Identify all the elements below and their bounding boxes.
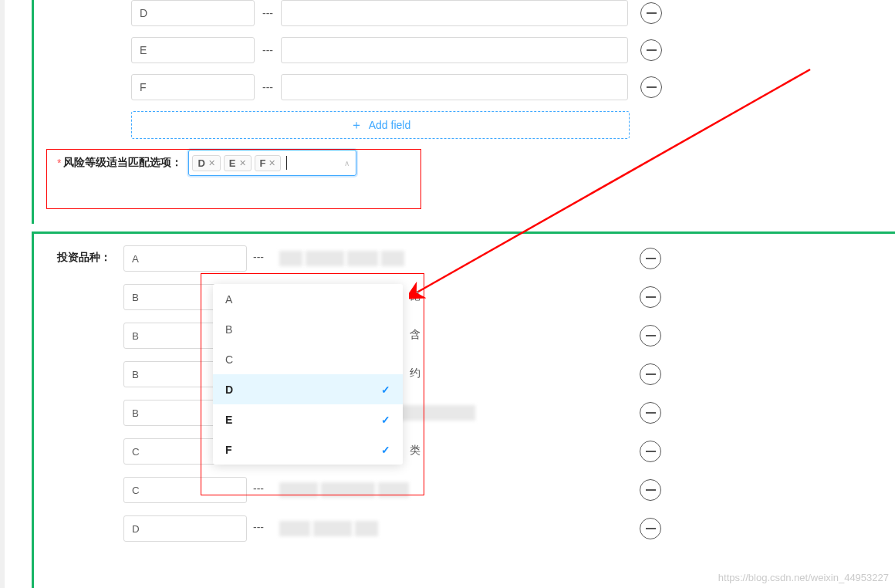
field-key-input[interactable] — [131, 74, 255, 100]
dropdown-option-d[interactable]: D✓ — [213, 374, 403, 404]
remove-button[interactable] — [640, 2, 662, 24]
tag-e[interactable]: E✕ — [224, 155, 252, 171]
dropdown-option-b[interactable]: B — [213, 314, 403, 344]
field-key-input[interactable] — [131, 37, 255, 63]
add-field-label: Add field — [369, 119, 410, 131]
field-separator: --- — [262, 44, 273, 56]
options-dropdown[interactable]: A B C D✓ E✓ F✓ — [213, 284, 403, 465]
risk-match-row: * 风险等级适当匹配选项： D✕ E✕ F✕ ∧ — [57, 150, 895, 176]
dropdown-option-c[interactable]: C — [213, 344, 403, 374]
field-key-input[interactable] — [123, 515, 247, 542]
remove-button[interactable] — [640, 479, 661, 501]
partial-text: 类 — [410, 444, 420, 458]
invest-type-label: 投资品种： — [53, 245, 111, 265]
watermark: https://blog.csdn.net/weixin_44953227 — [718, 572, 889, 583]
field-value-input[interactable] — [281, 74, 628, 100]
partial-text: 昆 — [410, 289, 420, 303]
dropdown-option-a[interactable]: A — [213, 284, 403, 314]
invest-row: 投资品种： --- — [53, 245, 619, 272]
dropdown-option-e[interactable]: E✓ — [213, 404, 403, 434]
check-icon: ✓ — [381, 384, 390, 396]
field-separator: --- — [253, 251, 264, 263]
remove-button[interactable] — [640, 402, 661, 424]
field-row: --- — [46, 0, 895, 26]
check-icon: ✓ — [381, 444, 390, 456]
field-row: --- — [46, 37, 895, 63]
field-separator: --- — [253, 521, 264, 533]
remove-button[interactable] — [640, 325, 661, 346]
remove-button[interactable] — [640, 363, 661, 385]
close-icon[interactable]: ✕ — [239, 158, 246, 168]
field-key-input[interactable] — [123, 245, 247, 272]
field-key-input[interactable] — [131, 0, 255, 26]
risk-match-label: 风险等级适当匹配选项： — [63, 156, 182, 170]
tag-d[interactable]: D✕ — [192, 155, 220, 171]
partial-text: 约 — [410, 367, 420, 380]
invest-row: --- — [53, 477, 619, 503]
remove-button[interactable] — [640, 76, 662, 98]
remove-button[interactable] — [640, 286, 661, 308]
risk-match-select[interactable]: D✕ E✕ F✕ ∧ — [188, 150, 356, 176]
check-icon: ✓ — [381, 414, 390, 426]
field-row: --- — [46, 74, 895, 100]
partial-text: 含 — [410, 328, 420, 342]
invest-row: --- — [53, 515, 619, 542]
add-field-button[interactable]: ＋ Add field — [131, 111, 630, 139]
plus-icon: ＋ — [350, 117, 363, 133]
required-star: * — [57, 157, 61, 169]
field-key-input[interactable] — [123, 477, 247, 503]
close-icon[interactable]: ✕ — [208, 158, 215, 168]
remove-button[interactable] — [640, 441, 661, 462]
text-cursor — [286, 156, 287, 170]
remove-button[interactable] — [640, 248, 661, 269]
field-value-input[interactable] — [281, 0, 628, 26]
tag-f[interactable]: F✕ — [255, 155, 282, 171]
close-icon[interactable]: ✕ — [268, 158, 275, 168]
field-value-input[interactable] — [281, 37, 628, 63]
field-separator: --- — [262, 81, 273, 93]
field-separator: --- — [262, 7, 273, 19]
remove-button[interactable] — [640, 39, 662, 61]
dropdown-option-f[interactable]: F✓ — [213, 434, 403, 465]
field-separator: --- — [253, 482, 264, 495]
remove-button[interactable] — [640, 518, 661, 539]
chevron-up-icon[interactable]: ∧ — [344, 159, 350, 167]
